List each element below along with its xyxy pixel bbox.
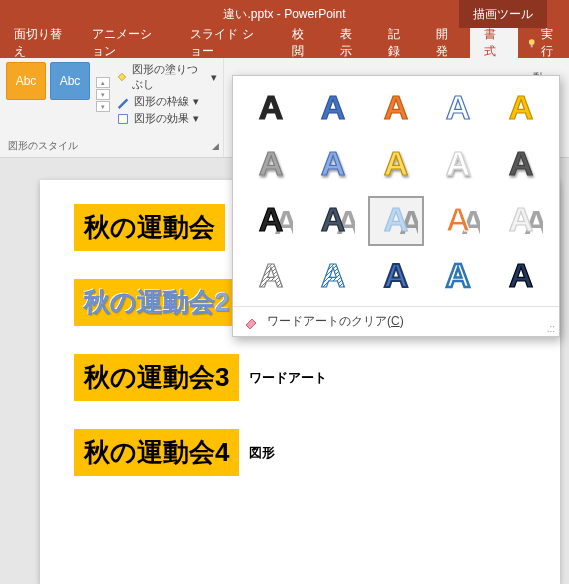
shape-outline-button[interactable]: 図形の枠線▾ <box>116 94 217 109</box>
clear-wordart-label: ワードアートのクリア(C) <box>267 313 404 330</box>
tab-format[interactable]: 書式 <box>470 28 518 58</box>
svg-text:A: A <box>259 256 284 294</box>
wordart-style-14[interactable]: A A <box>430 196 486 246</box>
wordart-style-8[interactable]: A <box>368 140 424 190</box>
dropdown-icon: ▾ <box>193 112 199 125</box>
svg-text:A: A <box>259 200 284 238</box>
dropdown-icon: ▾ <box>193 95 199 108</box>
svg-rect-2 <box>119 114 128 123</box>
wordart-style-5[interactable]: A <box>493 84 549 134</box>
wordart-style-18[interactable]: A <box>368 252 424 302</box>
textbox-1-text: 秋の運動会 <box>84 212 215 242</box>
gallery-spinner[interactable]: ▴▾▾ <box>96 62 110 126</box>
tab-transition[interactable]: 面切り替え <box>0 28 78 58</box>
wordart-style-13[interactable]: A A <box>368 196 424 246</box>
row-4: 秋の運動会4 図形 <box>74 429 560 476</box>
wordart-style-17[interactable]: A <box>305 252 361 302</box>
group-label-shape-styles: 図形のスタイル <box>8 137 78 153</box>
dialog-launcher-icon[interactable]: ◢ <box>212 141 219 151</box>
svg-text:A: A <box>384 200 409 238</box>
svg-text:A: A <box>508 256 533 294</box>
window-title: 違い.pptx - PowerPoint <box>223 6 345 23</box>
label-wordart: ワードアート <box>249 369 327 387</box>
wordart-style-7[interactable]: A <box>305 140 361 190</box>
svg-text:A: A <box>384 256 409 294</box>
textbox-2[interactable]: 秋の運動会2 <box>74 279 239 326</box>
tab-developer[interactable]: 開発 <box>422 28 470 58</box>
bucket-icon <box>116 70 128 84</box>
svg-point-0 <box>529 39 535 45</box>
svg-text:A: A <box>508 88 533 126</box>
svg-text:A: A <box>259 144 284 182</box>
title-bar: 違い.pptx - PowerPoint 描画ツール <box>0 0 569 28</box>
wordart-style-2[interactable]: A <box>305 84 361 134</box>
label-shape: 図形 <box>249 444 275 462</box>
group-shape-styles: Abc Abc ▴▾▾ 図形の塗りつぶし▾ 図形の枠線▾ 図形の効果▾ 図 <box>0 58 224 157</box>
svg-text:A: A <box>321 256 346 294</box>
tab-review[interactable]: 校閲 <box>278 28 326 58</box>
wordart-grid: A A A A A A A A A A A A <box>233 76 559 306</box>
shape-outline-label: 図形の枠線 <box>134 94 189 109</box>
eraser-icon <box>243 314 259 330</box>
tab-view[interactable]: 表示 <box>326 28 374 58</box>
wordart-style-9[interactable]: A <box>430 140 486 190</box>
wordart-3[interactable]: 秋の運動会3 <box>74 354 239 401</box>
svg-text:A: A <box>384 144 409 182</box>
dropdown-icon: ▾ <box>211 71 217 84</box>
shape-style-gallery[interactable]: Abc Abc ▴▾▾ <box>6 62 110 126</box>
wordart-style-10[interactable]: A <box>493 140 549 190</box>
wordart-style-19[interactable]: A <box>430 252 486 302</box>
shape-effects-label: 図形の効果 <box>134 111 189 126</box>
bulb-icon <box>526 36 537 50</box>
wordart-style-4[interactable]: A <box>430 84 486 134</box>
row-3: 秋の運動会3 ワードアート <box>74 354 560 401</box>
tab-slideshow[interactable]: スライド ショー <box>176 28 277 58</box>
wordart-style-1[interactable]: A <box>243 84 299 134</box>
resize-grip-icon[interactable]: .:: <box>547 323 555 334</box>
wordart-gallery-popup: A A A A A A A A A A A A <box>232 75 560 337</box>
svg-text:A: A <box>508 200 533 238</box>
tell-me-label: 実行 <box>541 26 561 60</box>
svg-text:A: A <box>446 144 471 182</box>
shape-fill-button[interactable]: 図形の塗りつぶし▾ <box>116 62 217 92</box>
shape-fill-label: 図形の塗りつぶし <box>132 62 207 92</box>
svg-rect-1 <box>531 45 533 47</box>
wordart-style-11[interactable]: A A <box>243 196 299 246</box>
tab-record[interactable]: 記録 <box>374 28 422 58</box>
textbox-2-text: 秋の運動会2 <box>84 287 229 317</box>
shape-4-text: 秋の運動会4 <box>84 437 229 467</box>
shape-4[interactable]: 秋の運動会4 <box>74 429 239 476</box>
shape-effects-button[interactable]: 図形の効果▾ <box>116 111 217 126</box>
svg-text:A: A <box>321 88 346 126</box>
svg-text:A: A <box>446 200 471 238</box>
wordart-style-20[interactable]: A A <box>493 252 549 302</box>
svg-text:A: A <box>259 88 284 126</box>
shape-style-preset[interactable]: Abc <box>50 62 90 100</box>
tab-animation[interactable]: アニメーション <box>78 28 176 58</box>
svg-text:A: A <box>508 144 533 182</box>
wordart-style-15[interactable]: A A <box>493 196 549 246</box>
textbox-1[interactable]: 秋の運動会 <box>74 204 225 251</box>
svg-text:A: A <box>321 200 346 238</box>
wordart-3-text: 秋の運動会3 <box>84 362 229 392</box>
pen-icon <box>116 95 130 109</box>
svg-text:A: A <box>321 144 346 182</box>
svg-text:A: A <box>384 88 409 126</box>
wordart-style-12[interactable]: A A <box>305 196 361 246</box>
ribbon-tabs: 面切り替え アニメーション スライド ショー 校閲 表示 記録 開発 書式 実行 <box>0 28 569 58</box>
clear-wordart-button[interactable]: ワードアートのクリア(C) .:: <box>233 306 559 336</box>
svg-text:A: A <box>446 88 471 126</box>
shape-style-preset[interactable]: Abc <box>6 62 46 100</box>
wordart-style-6[interactable]: A <box>243 140 299 190</box>
wordart-style-16[interactable]: A <box>243 252 299 302</box>
effects-icon <box>116 112 130 126</box>
contextual-tab-drawing-tools[interactable]: 描画ツール <box>459 0 547 28</box>
svg-text:A: A <box>446 256 471 294</box>
tell-me[interactable]: 実行 <box>518 26 569 60</box>
wordart-style-3[interactable]: A <box>368 84 424 134</box>
